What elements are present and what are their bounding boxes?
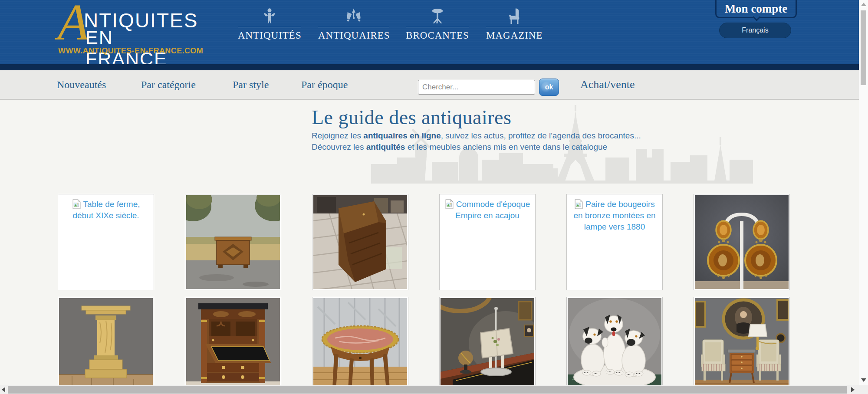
product-card-photo-marquetry-chest[interactable]	[185, 194, 281, 290]
product-photo	[186, 298, 280, 392]
nav-underline	[238, 27, 301, 27]
nav-label: BROCANTES	[406, 30, 469, 41]
nav-label: ANTIQUITÉS	[238, 30, 301, 41]
sconce-icon	[318, 8, 389, 26]
broken-image-icon	[574, 199, 583, 209]
page: A NTIQUITES EN FRANCE WWW.ANTIQUITES-EN-…	[0, 0, 868, 394]
product-card-commode-empire[interactable]: Commode d'époque Empire en acajou	[439, 194, 536, 290]
product-grid: Table de ferme, début XIXe siècle.	[58, 194, 790, 393]
product-card-photo-bouillotte-table[interactable]	[312, 297, 408, 393]
language-button[interactable]: Français	[719, 23, 791, 38]
intro-text: Rejoignez les antiquaires en ligne, suiv…	[312, 130, 641, 153]
nav-item-brocantes[interactable]: BROCANTES	[406, 8, 469, 41]
product-card-photo-desk-lamp-globe[interactable]	[439, 297, 536, 393]
scroll-right-arrow-icon[interactable]	[851, 387, 855, 392]
search-ok-button[interactable]: ok	[539, 79, 559, 96]
missing-image-alt: Paire de bougeoirs en bronze montées en …	[573, 200, 655, 231]
nav-item-antiquaires[interactable]: ANTIQUAIRES	[318, 8, 389, 41]
subnav-par-epoque[interactable]: Par époque	[301, 70, 348, 99]
site-header: A NTIQUITES EN FRANCE WWW.ANTIQUITES-EN-…	[0, 0, 859, 64]
horizontal-scrollbar[interactable]	[0, 385, 868, 394]
product-photo	[313, 298, 407, 392]
nav-item-antiquites[interactable]: ANTIQUITÉS	[238, 8, 301, 41]
product-card-photo-porcelain-dogs[interactable]	[566, 297, 663, 393]
product-card-photo-marble-column[interactable]	[58, 297, 154, 393]
cherub-icon	[238, 8, 301, 26]
pedestal-table-icon	[406, 8, 469, 26]
nav-underline	[318, 27, 389, 27]
site-logo[interactable]: A NTIQUITES EN FRANCE WWW.ANTIQUITES-EN-…	[58, 0, 191, 61]
account-ribbon[interactable]: Mon compte	[715, 0, 797, 18]
broken-image-icon	[72, 199, 81, 209]
scroll-left-arrow-icon[interactable]	[2, 387, 5, 392]
nav-item-magazine[interactable]: MAGAZINE	[486, 8, 542, 41]
broken-image-icon	[445, 199, 454, 209]
product-card-photo-salon-commode[interactable]	[694, 297, 790, 393]
product-photo	[568, 298, 661, 392]
subnav-par-style[interactable]: Par style	[233, 70, 269, 99]
nav-underline	[486, 27, 542, 27]
product-photo	[695, 298, 789, 392]
product-card-table-de-ferme[interactable]: Table de ferme, début XIXe siècle.	[58, 194, 154, 290]
nav-label: MAGAZINE	[486, 30, 542, 41]
subnav-nouveautes[interactable]: Nouveautés	[57, 70, 106, 99]
missing-image-alt: Table de ferme, début XIXe siècle.	[72, 200, 140, 220]
logo-url: WWW.ANTIQUITES-EN-FRANCE.COM	[58, 46, 203, 56]
scroll-up-arrow-icon[interactable]	[861, 3, 866, 6]
nav-underline	[406, 27, 469, 27]
product-card-photo-slant-front-bureau[interactable]	[312, 194, 408, 290]
nav-label: ANTIQUAIRES	[318, 30, 389, 41]
armchair-icon	[486, 8, 542, 26]
product-card-photo-cameo-earrings[interactable]	[694, 194, 790, 290]
subnav-par-categorie[interactable]: Par catégorie	[141, 70, 196, 99]
vertical-scrollbar[interactable]	[859, 0, 868, 385]
product-photo	[313, 195, 407, 289]
search-input[interactable]	[418, 80, 535, 95]
product-card-photo-secretaire[interactable]	[185, 297, 281, 393]
product-card-bougeoirs-lampe[interactable]: Paire de bougeoirs en bronze montées en …	[566, 194, 663, 290]
main-content: Le guide des antiquaires Rejoignez les a…	[0, 100, 859, 394]
missing-image-alt: Commode d'époque Empire en acajou	[455, 200, 530, 220]
header-bottom-strip	[0, 64, 859, 70]
vertical-scrollbar-thumb[interactable]	[861, 10, 866, 85]
product-photo	[186, 195, 280, 289]
product-photo	[441, 298, 534, 392]
product-photo	[59, 298, 153, 392]
scroll-down-arrow-icon[interactable]	[861, 378, 866, 382]
page-title: Le guide des antiquaires	[312, 106, 511, 129]
horizontal-scrollbar-thumb[interactable]	[8, 386, 847, 394]
subnav-achat-vente[interactable]: Achat/vente	[580, 70, 635, 99]
account-label: Mon compte	[725, 2, 788, 16]
product-photo	[695, 195, 789, 289]
